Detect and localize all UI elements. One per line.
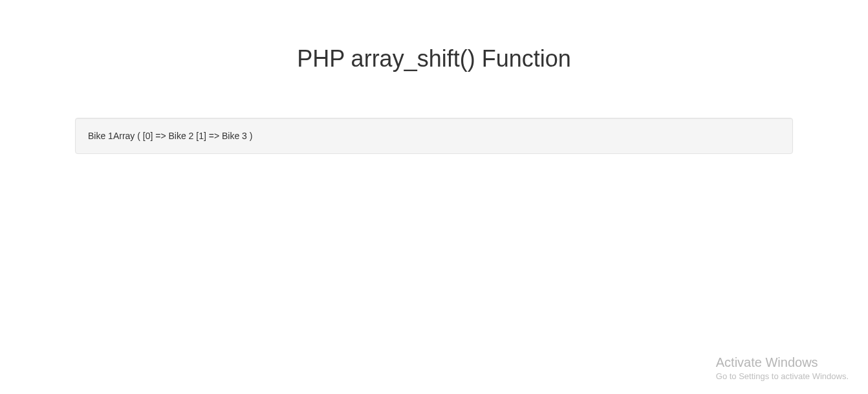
windows-activation-watermark: Activate Windows Go to Settings to activ… <box>716 355 849 381</box>
watermark-subtitle: Go to Settings to activate Windows. <box>716 371 849 381</box>
output-text: Bike 1Array ( [0] => Bike 2 [1] => Bike … <box>88 131 252 141</box>
output-well: Bike 1Array ( [0] => Bike 2 [1] => Bike … <box>75 118 793 154</box>
watermark-title: Activate Windows <box>716 355 849 370</box>
page-title: PHP array_shift() Function <box>75 45 793 72</box>
